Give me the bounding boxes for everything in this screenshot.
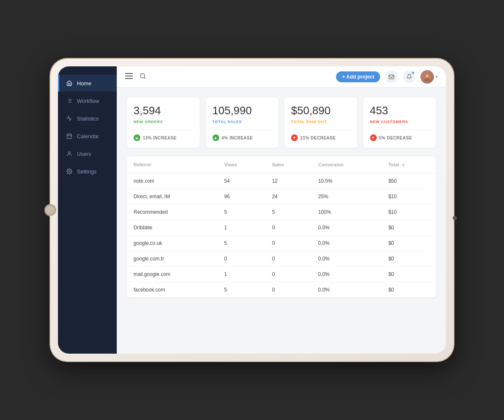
add-project-button[interactable]: + Add project	[336, 71, 380, 82]
table-row: Dribbble 1 0 0.0% $0	[127, 220, 436, 236]
table-row: google.co.uk 5 0 0.0% $0	[127, 236, 436, 251]
cell-total: $10	[382, 205, 436, 220]
users-icon	[66, 150, 73, 157]
change-icon-up-sales: ▲	[213, 134, 219, 141]
sidebar-item-workflow[interactable]: Workflow	[58, 92, 117, 109]
menu-icon[interactable]	[125, 73, 133, 81]
app-layout: Home Wor	[58, 66, 446, 354]
cell-sales: 12	[265, 173, 312, 189]
table-row: google.com.tr 0 0 0.0% $0	[127, 251, 436, 267]
table-row: facebook.com 5 0 0.0% $0	[127, 282, 436, 298]
change-text-new-orders: 13% INCREASE	[143, 136, 176, 140]
cell-referrer: google.co.uk	[127, 236, 218, 251]
cell-conversion: 0.0%	[311, 236, 381, 251]
sidebar-item-workflow-label: Workflow	[77, 98, 99, 104]
cell-referrer: Dribbble	[127, 220, 218, 236]
change-icon-up-orders: ▲	[134, 134, 140, 141]
cell-sales: 5	[265, 205, 312, 220]
cell-referrer: facebook.com	[127, 282, 218, 298]
header-right: + Add project	[336, 70, 438, 84]
change-text-total-sales: 4% INCREASE	[222, 136, 253, 140]
tablet-screen: Home Wor	[58, 66, 446, 354]
referrer-table: Referrer Views Sales Conversion Total ⇅	[127, 156, 436, 297]
stat-card-total-paid-out: $50,890 TOTAL PAID OUT ▼ 21% DECREASE	[284, 97, 357, 148]
notification-dot	[412, 71, 415, 74]
tablet-device: Home Wor	[50, 59, 454, 361]
svg-point-15	[140, 74, 145, 78]
cell-sales: 0	[265, 236, 312, 251]
cell-views: 5	[218, 205, 265, 220]
avatar	[420, 70, 434, 84]
workflow-icon	[66, 97, 73, 104]
col-header-conversion: Conversion	[311, 156, 381, 173]
cell-referrer: mail.google.com	[127, 267, 218, 282]
svg-point-11	[68, 171, 70, 172]
stat-label-new-customers: NEW CUSTOMERS	[370, 120, 430, 124]
stat-value-new-customers: 453	[370, 104, 430, 117]
cell-total: $50	[382, 173, 436, 189]
sidebar-item-calendar[interactable]: Calendar	[58, 128, 117, 144]
stat-change-new-orders: ▲ 13% INCREASE	[134, 130, 193, 141]
cell-views: 5	[218, 236, 265, 251]
sidebar-item-settings[interactable]: Settings	[58, 163, 117, 180]
cell-sales: 0	[265, 282, 312, 298]
app-header: + Add project	[117, 66, 446, 87]
svg-point-19	[426, 74, 429, 77]
stat-card-total-sales: 105,990 TOTAL SALES ▲ 4% INCREASE	[206, 97, 279, 148]
stat-value-new-orders: 3,594	[134, 104, 193, 117]
cell-views: 1	[218, 267, 265, 282]
cell-conversion: 0.0%	[311, 267, 381, 282]
side-dot	[453, 216, 457, 220]
change-icon-down-paid: ▼	[291, 134, 298, 141]
mail-button[interactable]	[385, 71, 398, 83]
table-row: Direct, email, IM 96 24 25% $10	[127, 189, 436, 205]
stat-label-total-paid-out: TOTAL PAID OUT	[291, 120, 351, 124]
stat-change-new-customers: ▼ 5% DECREASE	[370, 130, 430, 141]
page-content: 3,594 NEW ORDERS ▲ 13% INCREASE 105,990 …	[117, 87, 446, 354]
cell-conversion: 100%	[311, 205, 381, 220]
cell-sales: 24	[265, 189, 312, 205]
notification-button[interactable]	[403, 71, 415, 83]
calendar-icon	[66, 133, 73, 139]
stat-label-new-orders: NEW ORDERS	[134, 120, 193, 124]
sidebar-item-users[interactable]: Users	[58, 145, 117, 162]
home-icon	[66, 80, 73, 87]
cell-views: 1	[218, 220, 265, 236]
stat-change-total-paid-out: ▼ 21% DECREASE	[291, 130, 351, 141]
cell-conversion: 0.0%	[311, 282, 381, 298]
sidebar-item-home[interactable]: Home	[58, 75, 117, 92]
svg-line-16	[144, 77, 145, 79]
col-header-total[interactable]: Total ⇅	[382, 156, 436, 173]
settings-icon	[66, 168, 73, 175]
change-text-total-paid-out: 21% DECREASE	[300, 136, 336, 140]
cell-sales: 0	[265, 220, 312, 236]
change-text-new-customers: 5% DECREASE	[379, 136, 412, 140]
cell-total: $0	[382, 267, 436, 282]
sort-arrows-icon: ⇅	[402, 163, 405, 167]
sidebar-item-settings-label: Settings	[77, 168, 97, 175]
sidebar-item-statistics[interactable]: Statistics	[58, 110, 117, 127]
avatar-chevron-icon: ▾	[436, 74, 438, 79]
table-row: Recommended 5 5 100% $10	[127, 205, 436, 220]
table-row: mail.google.com 1 0 0.0% $0	[127, 267, 436, 282]
cell-total: $10	[382, 189, 436, 205]
cell-total: $0	[382, 236, 436, 251]
sidebar-item-home-label: Home	[77, 80, 92, 87]
sidebar-nav: Home Wor	[58, 75, 117, 180]
svg-rect-6	[67, 134, 72, 139]
main-content: + Add project	[117, 66, 446, 354]
cell-views: 54	[218, 173, 265, 189]
search-icon[interactable]	[139, 73, 146, 81]
svg-rect-17	[389, 75, 394, 79]
sidebar: Home Wor	[58, 66, 117, 354]
home-button[interactable]	[45, 204, 56, 216]
stat-change-total-sales: ▲ 4% INCREASE	[213, 130, 272, 141]
stat-label-total-sales: TOTAL SALES	[213, 120, 272, 124]
cell-views: 5	[218, 282, 265, 298]
avatar-button[interactable]: ▾	[420, 70, 438, 84]
cell-conversion: 0.0%	[311, 220, 381, 236]
cell-referrer: Recommended	[127, 205, 218, 220]
referrer-table-card: Referrer Views Sales Conversion Total ⇅	[127, 156, 436, 297]
sidebar-item-calendar-label: Calendar	[77, 133, 99, 139]
cell-conversion: 10.5%	[311, 173, 381, 189]
